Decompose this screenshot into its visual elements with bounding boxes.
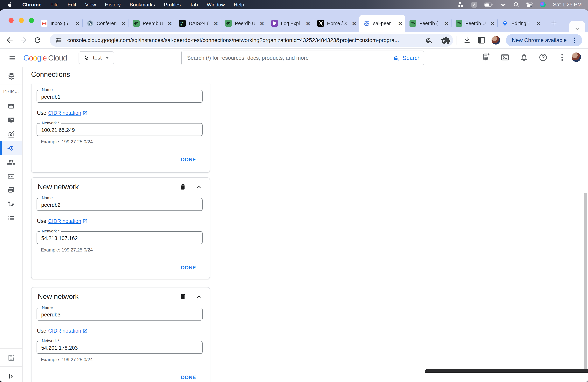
sidebar-collapse-button[interactable] xyxy=(0,369,22,382)
name-input[interactable] xyxy=(37,198,202,211)
sidebar-item-connections[interactable] xyxy=(0,141,22,155)
menu-item-window[interactable]: Window xyxy=(202,2,229,8)
url-text[interactable]: console.cloud.google.com/sql/instances/s… xyxy=(67,37,421,43)
browser-tab-8[interactable]: Peerdb (× xyxy=(405,15,451,32)
gcp-search-button[interactable]: Search xyxy=(390,51,424,65)
apple-menu[interactable] xyxy=(7,1,13,8)
menu-item-bookmarks[interactable]: Bookmarks xyxy=(125,2,159,8)
tab-close-icon[interactable]: × xyxy=(214,20,218,27)
browser-tab-4[interactable]: Peerdb U× xyxy=(221,15,267,32)
forward-button[interactable] xyxy=(20,36,28,44)
done-button[interactable]: DONE xyxy=(181,265,196,271)
name-input[interactable] xyxy=(37,308,202,320)
menu-item-file[interactable]: File xyxy=(46,2,63,8)
menu-item-tab[interactable]: Tab xyxy=(185,2,202,8)
menu-item-history[interactable]: History xyxy=(101,2,125,8)
project-selector[interactable]: test xyxy=(79,51,114,64)
browser-tab-10[interactable]: Editing "× xyxy=(497,15,544,32)
reload-button[interactable] xyxy=(33,36,42,44)
network-card-3: New networkNameUseCIDR notationNetwork *… xyxy=(31,287,210,382)
cidr-notation-link[interactable]: CIDR notation xyxy=(48,328,88,334)
network-input[interactable] xyxy=(37,232,202,244)
site-settings-icon[interactable] xyxy=(55,37,62,44)
gcp-search-input[interactable] xyxy=(182,51,390,65)
side-panel-icon[interactable] xyxy=(477,36,486,44)
browser-profile-avatar[interactable] xyxy=(492,36,500,44)
menu-item-edit[interactable]: Edit xyxy=(63,2,81,8)
chrome-update-button[interactable]: New Chrome available xyxy=(506,34,582,46)
browser-tab-5[interactable]: Log Expl× xyxy=(267,15,313,32)
extensions-icon[interactable] xyxy=(442,36,451,44)
navigation-menu-button[interactable] xyxy=(9,54,16,62)
tab-close-icon[interactable]: × xyxy=(352,20,356,27)
status-wifi-icon[interactable] xyxy=(500,2,506,8)
name-input[interactable] xyxy=(37,90,202,102)
tab-close-icon[interactable]: × xyxy=(490,20,494,27)
sidebar-item-system-insights[interactable] xyxy=(0,127,22,141)
sidebar-item-databases[interactable] xyxy=(0,169,22,183)
tab-close-icon[interactable]: × xyxy=(536,20,540,27)
browser-tab-0[interactable]: Inbox (5× xyxy=(37,15,83,32)
tab-close-icon[interactable]: × xyxy=(260,20,264,27)
gcp-account-avatar[interactable] xyxy=(572,53,581,62)
menu-item-help[interactable]: Help xyxy=(229,2,249,8)
sidebar-item-overview[interactable] xyxy=(0,99,22,113)
menu-bar-clock[interactable]: Sat 1:25 PM xyxy=(553,2,582,8)
downloads-icon[interactable] xyxy=(463,36,471,44)
google-cloud-logo[interactable]: GoogleCloud xyxy=(23,54,67,62)
macos-dock-edge[interactable] xyxy=(425,369,588,373)
sidebar-item-replicas[interactable] xyxy=(0,197,22,211)
browser-menu-icon[interactable] xyxy=(571,37,578,44)
sidebar-item-users[interactable] xyxy=(0,155,22,169)
zoom-window-button[interactable] xyxy=(29,18,34,23)
status-app-icon[interactable] xyxy=(471,1,478,8)
gcp-header: GoogleCloud test Search xyxy=(0,49,588,67)
address-bar[interactable]: console.cloud.google.com/sql/instances/s… xyxy=(50,34,453,47)
network-input[interactable] xyxy=(37,124,202,136)
zoom-out-icon[interactable] xyxy=(425,36,433,44)
help-icon[interactable] xyxy=(539,53,547,62)
cidr-notation-link[interactable]: CIDR notation xyxy=(48,218,88,224)
collapse-network-button[interactable] xyxy=(195,293,203,300)
sidebar-item-backups[interactable] xyxy=(0,183,22,197)
tab-close-icon[interactable]: × xyxy=(306,20,310,27)
browser-tab-1[interactable]: Conferen× xyxy=(83,15,129,32)
sidebar-item-operations[interactable] xyxy=(0,211,22,225)
sidebar-item-release-notes[interactable] xyxy=(0,351,22,365)
browser-tab-3[interactable]: DAISDAIS24 (× xyxy=(175,15,221,32)
browser-tab-6[interactable]: Home / X× xyxy=(313,15,359,32)
cloud-shell-icon[interactable] xyxy=(501,53,509,62)
menu-item-chrome[interactable]: Chrome xyxy=(18,2,46,8)
minimize-window-button[interactable] xyxy=(19,18,24,23)
tab-close-icon[interactable]: × xyxy=(444,20,448,27)
browser-tab-9[interactable]: Peerdb U× xyxy=(451,15,497,32)
vertical-scrollbar[interactable] xyxy=(584,193,587,370)
status-spotlight-icon[interactable] xyxy=(513,1,519,8)
tab-close-icon[interactable]: × xyxy=(76,20,80,27)
back-button[interactable] xyxy=(5,36,14,44)
gemini-docs-icon[interactable] xyxy=(482,53,490,62)
delete-network-button[interactable] xyxy=(179,183,186,191)
close-window-button[interactable] xyxy=(9,18,14,23)
status-battery-icon[interactable] xyxy=(484,2,493,8)
status-control-center-icon[interactable] xyxy=(526,1,533,8)
tab-close-icon[interactable]: × xyxy=(168,20,172,27)
delete-network-button[interactable] xyxy=(179,293,186,300)
gcp-more-icon[interactable] xyxy=(558,53,567,62)
new-tab-button[interactable]: + xyxy=(547,16,561,30)
done-button[interactable]: DONE xyxy=(181,374,196,380)
tab-close-icon[interactable]: × xyxy=(398,20,402,27)
browser-tab-active[interactable]: sai-peer× xyxy=(359,15,405,32)
sidebar-item-monitoring[interactable] xyxy=(0,113,22,127)
cidr-notation-link[interactable]: CIDR notation xyxy=(48,110,88,116)
menu-item-profiles[interactable]: Profiles xyxy=(159,2,185,8)
tab-close-icon[interactable]: × xyxy=(122,20,126,27)
done-button[interactable]: DONE xyxy=(181,157,196,162)
status-siri-icon[interactable] xyxy=(540,1,546,8)
browser-tab-2[interactable]: Peerdb U× xyxy=(129,15,175,32)
notifications-bell-icon[interactable] xyxy=(520,53,528,62)
network-input[interactable] xyxy=(37,341,202,353)
menu-item-view[interactable]: View xyxy=(81,2,101,8)
status-stats-icon[interactable] xyxy=(458,1,464,8)
collapse-network-button[interactable] xyxy=(195,183,203,191)
